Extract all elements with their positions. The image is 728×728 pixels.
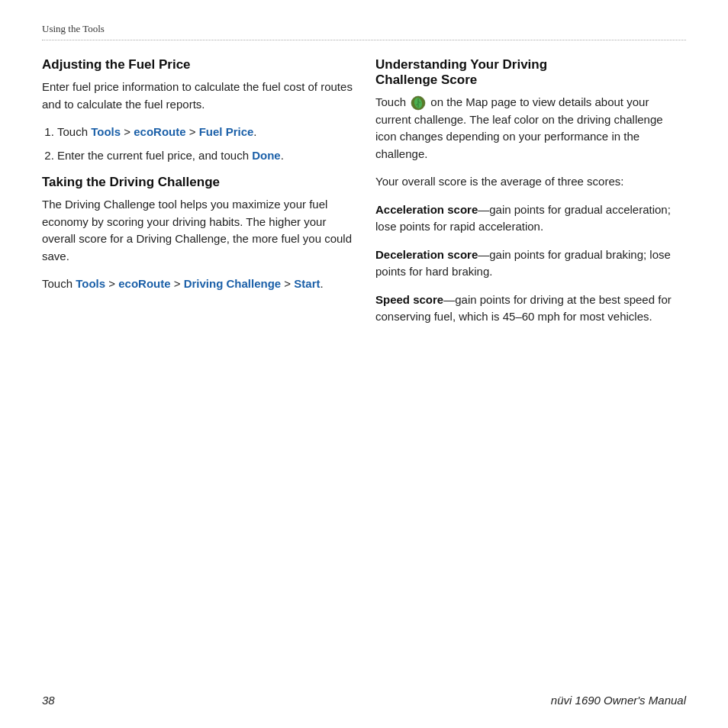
section-driving-challenge-title: Taking the Driving Challenge xyxy=(42,175,353,190)
nuvi-brand: nüvi 1690 Owner's Manual xyxy=(551,694,686,707)
step1-sep1: > xyxy=(121,125,134,138)
title-line2: Challenge Score xyxy=(375,72,477,87)
section-understanding-title: Understanding Your Driving Challenge Sco… xyxy=(375,57,686,88)
footer-manual-title: nüvi 1690 Owner's Manual xyxy=(551,694,686,707)
touch-link-ecoroute[interactable]: ecoRoute xyxy=(118,277,170,290)
step1-suffix: . xyxy=(253,125,256,138)
deceleration-score-section: Deceleration score—gain points for gradu… xyxy=(375,246,686,281)
step1-link2[interactable]: ecoRoute xyxy=(134,125,185,138)
step2-link-done[interactable]: Done xyxy=(252,149,281,162)
touch-prefix: Touch xyxy=(42,277,76,290)
leaf-icon xyxy=(411,95,426,111)
footer-page-number: 38 xyxy=(42,694,55,707)
page-container: Using the Tools Adjusting the Fuel Price… xyxy=(0,0,728,728)
step-1: Touch Tools > ecoRoute > Fuel Price. xyxy=(57,124,353,141)
step2-prefix: Enter the current fuel price, and touch xyxy=(57,149,252,162)
deceleration-score-label: Deceleration score xyxy=(375,248,478,261)
touch-sep1: > xyxy=(105,277,118,290)
right-column: Understanding Your Driving Challenge Sco… xyxy=(375,57,686,337)
left-column: Adjusting the Fuel Price Enter fuel pric… xyxy=(42,57,353,337)
speed-score-label: Speed score xyxy=(375,293,443,306)
touch-sep2: > xyxy=(171,277,184,290)
title-line1: Understanding Your Driving xyxy=(375,57,547,72)
acceleration-score-section: Acceleration score—gain points for gradu… xyxy=(375,201,686,236)
step1-sep2: > xyxy=(186,125,199,138)
section-driving-challenge: Taking the Driving Challenge The Driving… xyxy=(42,175,353,293)
content-columns: Adjusting the Fuel Price Enter fuel pric… xyxy=(42,57,686,337)
header-bar: Using the Tools xyxy=(42,23,686,40)
section-fuel-price: Adjusting the Fuel Price Enter fuel pric… xyxy=(42,57,353,164)
driving-challenge-touch-instruction: Touch Tools > ecoRoute > Driving Challen… xyxy=(42,275,353,293)
overall-score-text: Your overall score is the average of thr… xyxy=(375,173,686,191)
right-intro: Touch on the Map page to view details ab… xyxy=(375,94,686,163)
header-title: Using the Tools xyxy=(42,23,105,35)
step1-prefix: Touch xyxy=(57,125,91,138)
section-fuel-price-title: Adjusting the Fuel Price xyxy=(42,57,353,72)
right-intro-touch-label: Touch xyxy=(375,95,409,108)
step-2: Enter the current fuel price, and touch … xyxy=(57,147,353,165)
step2-suffix: . xyxy=(281,149,284,162)
acceleration-score-label: Acceleration score xyxy=(375,203,478,216)
fuel-price-steps: Touch Tools > ecoRoute > Fuel Price. Ent… xyxy=(57,124,353,164)
touch-link-tools[interactable]: Tools xyxy=(76,277,105,290)
step1-link1[interactable]: Tools xyxy=(91,125,121,138)
speed-score-section: Speed score—gain points for driving at t… xyxy=(375,292,686,326)
footer: 38 nüvi 1690 Owner's Manual xyxy=(42,694,686,707)
touch-link-driving-challenge[interactable]: Driving Challenge xyxy=(184,277,282,290)
touch-sep3: > xyxy=(281,277,294,290)
section-understanding-score: Understanding Your Driving Challenge Sco… xyxy=(375,57,686,326)
touch-suffix: . xyxy=(320,277,323,290)
section-fuel-price-body: Enter fuel price information to calculat… xyxy=(42,79,353,113)
touch-link-start[interactable]: Start xyxy=(294,277,320,290)
step1-link3[interactable]: Fuel Price xyxy=(199,125,254,138)
section-driving-challenge-body: The Driving Challenge tool helps you max… xyxy=(42,196,353,265)
